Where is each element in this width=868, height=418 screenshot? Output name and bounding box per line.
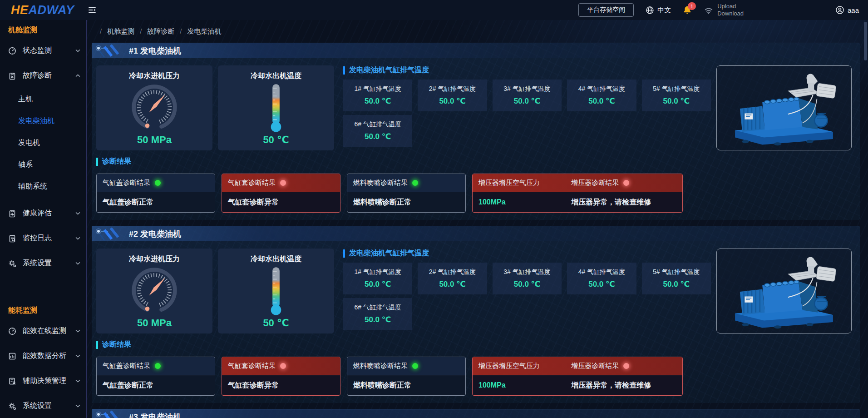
cylinder-value: 50.0 ℃ [588,96,615,106]
sidebar-subitem[interactable]: 发电机 [0,132,86,154]
sidebar-subitem[interactable]: 辅助系统 [0,175,86,197]
scrollbar-thumb[interactable] [864,22,867,60]
cylinder-label: 4# 气缸排气温度 [578,268,625,276]
turbocharger-card: 增压器增压空气压力 增压器诊断结果 100MPa 增压器异常，请检查维修 [472,174,683,213]
diagnosis-section-title: 诊断结果 [96,157,860,166]
diagnosis-card-body: 气缸盖诊断正常 [97,375,215,395]
diagnosis-card: 燃料喷嘴诊断结果 燃料喷嘴诊断正常 [347,357,466,396]
sidebar-item-monitoring-log[interactable]: 监控日志 [0,226,86,251]
sidebar-item-label: 系统设置 [23,259,52,268]
section-title-text: 诊断结果 [102,157,131,166]
panel-title: #3 发电柴油机 [129,412,181,418]
sidebar-item-fault-diagnosis[interactable]: 故障诊断 [0,63,86,88]
turbo-pressure-label: 增压器增压空气压力 [478,179,540,187]
diagnosis-header-label: 气缸套诊断结果 [228,362,276,370]
turbocharger-card-body: 100MPa 增压器异常，请检查维修 [473,375,682,395]
gear-icon [8,402,18,411]
download-label: Download [717,10,744,17]
diagnosis-header-label: 气缸套诊断结果 [228,179,276,187]
diagnosis-card: 气缸套诊断结果 气缸套诊断异常 [222,174,340,213]
metric-title: 冷却水进机压力 [129,254,180,264]
diagnosis-header-label: 燃料喷嘴诊断结果 [353,179,408,187]
sidebar-subitem-label: 主机 [18,95,33,104]
sidebar-item-label: 健康评估 [23,209,52,218]
log-search-icon [8,234,18,243]
sidebar-item-energy-online-monitoring[interactable]: 能效在线监测 [0,318,86,343]
metrics-row: 冷却水进机压力 50 MPa 冷却水出机温度 [92,58,860,150]
sidebar-item-label: 能效数据分析 [23,351,66,361]
cylinder-temp-card: 1# 气缸排气温度 50.0 ℃ [343,80,412,111]
breadcrumb-item[interactable]: 故障诊断 [140,27,174,36]
turbo-result-message: 增压器异常，请检查维修 [571,381,651,390]
gear-icon [8,259,18,268]
sidebar-item-decision-management[interactable]: 辅助决策管理 [0,368,86,393]
sidebar-item-status-monitoring[interactable]: 状态监测 [0,38,86,63]
user-menu[interactable]: aaa [835,5,859,15]
diesel-engine-illustration [725,70,843,146]
diagnosis-header-label: 气缸盖诊断结果 [103,179,150,187]
sidebar-item-label: 状态监测 [23,46,52,55]
diagnosis-header-label: 气缸盖诊断结果 [103,362,150,370]
title-accent-bar [343,249,345,258]
sidebar-item-label: 监控日志 [23,234,52,243]
status-dot [412,180,418,186]
cylinder-temp-card: 1# 气缸排气温度 50.0 ℃ [343,263,412,294]
coolant-outlet-temperature-card: 冷却水出机温度 [218,65,334,150]
upload-download[interactable]: Upload Download [704,3,744,18]
diagnosis-card: 气缸盖诊断结果 气缸盖诊断正常 [96,174,215,213]
turbocharger-card: 增压器增压空气压力 增压器诊断结果 100MPa 增压器异常，请检查维修 [472,357,683,396]
diagnosis-card-body: 气缸盖诊断正常 [97,192,215,212]
sidebar-item-health-assessment[interactable]: 健康评估 [0,201,86,226]
sidebar-subitem[interactable]: 发电柴油机 [0,110,86,132]
section-title-text: 诊断结果 [102,340,131,349]
sidebar-section-engine-room: 机舱监测 [0,21,86,38]
engine-image [716,249,852,333]
diagnosis-card-header: 气缸盖诊断结果 [97,174,215,192]
app-root: HEADWAY 平台存储空间 中文 1 [0,0,868,418]
sidebar-subitem[interactable]: 轴系 [0,154,86,175]
bar-chart-icon [8,352,18,361]
metric-title: 冷却水出机温度 [251,71,301,81]
breadcrumb-item[interactable]: 机舱监测 [100,27,134,36]
cylinder-temp-card: 6# 气缸排气温度 50.0 ℃ [343,115,412,147]
diagnosis-cards-row: 气缸盖诊断结果 气缸盖诊断正常 [92,349,860,396]
main-area: 机舱监测 状态监测 故障诊断 主机 [0,20,868,418]
cylinder-temperature-section: 发电柴油机气缸排气温度 1# 气缸排气温度 50.0 ℃ [340,65,711,150]
diagnosis-card-header: 燃料喷嘴诊断结果 [347,174,465,192]
chevron-down-icon [75,329,80,333]
notification-bell[interactable]: 1 [683,5,692,15]
chevron-down-icon [75,379,80,383]
sidebar-fault-submenu: 主机 发电柴油机 发电机 轴系 辅助系统 [0,88,86,197]
chevron-down-icon [75,212,80,215]
sidebar-item-energy-data-analysis[interactable]: 能效数据分析 [0,343,86,368]
sidebar-item-system-settings-2[interactable]: 系统设置 [0,393,86,418]
language-selector[interactable]: 中文 [646,6,671,15]
diagnosis-result-text: 气缸盖诊断正常 [103,381,153,390]
storage-space-button[interactable]: 平台存储空间 [578,3,634,17]
cylinder-temp-card: 6# 气缸排气温度 50.0 ℃ [343,298,412,330]
turbocharger-card-body: 100MPa 增压器异常，请检查维修 [473,192,682,212]
sidebar-subitem[interactable]: 主机 [0,88,86,110]
cylinder-temp-card: 5# 气缸排气温度 50.0 ℃ [642,80,711,111]
title-accent-bar [96,341,98,349]
diagnosis-card-header: 燃料喷嘴诊断结果 [347,357,465,375]
chevron-up-icon [75,74,80,77]
diagnosis-card-header: 气缸套诊断结果 [222,357,340,375]
diagnosis-card-body: 气缸套诊断异常 [222,375,340,395]
globe-icon [646,6,654,15]
panel-header: #3 发电柴油机 [92,409,860,418]
cylinder-grid: 1# 气缸排气温度 50.0 ℃ 2# 气缸排气温度 50.0 ℃ [343,80,711,147]
menu-collapse-button[interactable] [87,5,97,15]
sidebar-item-system-settings[interactable]: 系统设置 [0,251,86,276]
status-dot [280,180,286,186]
chevron-down-icon [75,237,80,240]
metric-title: 冷却水进机压力 [129,71,180,81]
breadcrumb-item[interactable]: 发电柴油机 [180,27,221,36]
engine-image [716,65,852,150]
cylinder-grid: 1# 气缸排气温度 50.0 ℃ 2# 气缸排气温度 50.0 ℃ [343,263,711,330]
section-title-text: 发电柴油机气缸排气温度 [349,65,429,75]
cylinder-value: 50.0 ℃ [588,279,615,289]
cylinder-label: 4# 气缸排气温度 [578,85,625,93]
cylinder-temperature-section: 发电柴油机气缸排气温度 1# 气缸排气温度 50.0 ℃ [340,249,711,333]
diagnosis-card: 气缸套诊断结果 气缸套诊断异常 [222,357,340,396]
